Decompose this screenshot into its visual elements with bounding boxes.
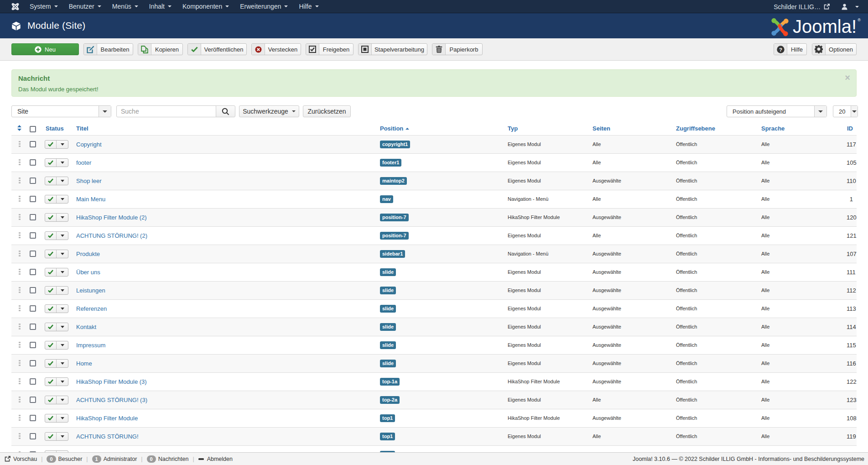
svg-text:?: ?: [779, 47, 782, 52]
